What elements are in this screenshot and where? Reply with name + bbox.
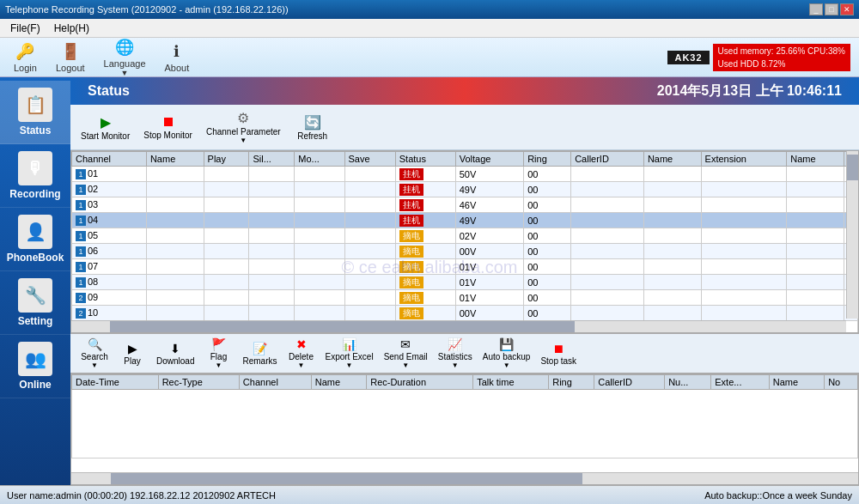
send-email-button[interactable]: ✉ Send Email ▼	[381, 336, 431, 371]
title-text: Telephone Recording System (20120902 - a…	[5, 4, 289, 15]
stop-task-button[interactable]: ⏹ Stop task	[537, 340, 580, 367]
cell-save	[344, 182, 395, 197]
cell-name3	[787, 244, 844, 259]
logout-button[interactable]: 🚪 Logout	[51, 40, 90, 75]
status-icon: 📋	[18, 88, 52, 122]
sidebar-item-status[interactable]: 📋 Status	[0, 81, 70, 144]
scroll-x[interactable]	[71, 320, 846, 332]
col-channel: Channel	[72, 152, 147, 167]
page-title: Status	[88, 83, 130, 99]
scroll-thumb-y[interactable]	[847, 155, 858, 180]
bottom-scroll-x[interactable]	[71, 472, 858, 484]
export-excel-button[interactable]: 📊 Export Excel ▼	[322, 336, 377, 371]
language-button[interactable]: 🌐 Language ▼	[99, 36, 151, 79]
cell-name2	[643, 244, 701, 259]
cell-callerid	[571, 228, 644, 244]
menu-file[interactable]: File(F)	[3, 21, 47, 36]
flag-button[interactable]: 🚩 Flag ▼	[201, 336, 235, 371]
cell-sil	[249, 182, 295, 197]
table-row[interactable]: 104 挂机 49V 00	[72, 213, 858, 228]
cell-name3	[787, 167, 844, 182]
remarks-button[interactable]: 📝 Remarks	[239, 340, 280, 367]
bottom-scroll-thumb[interactable]	[111, 473, 583, 484]
download-button[interactable]: ⬇ Download	[153, 340, 198, 367]
bcol-channel: Channel	[239, 375, 311, 390]
cell-name	[146, 197, 204, 213]
col-callerid: CallerID	[571, 152, 644, 167]
cell-name	[146, 244, 204, 259]
cell-name2	[643, 228, 701, 244]
cell-callerid	[571, 275, 644, 290]
table-row[interactable]: 102 挂机 49V 00	[72, 182, 858, 197]
cell-channel: 106	[72, 244, 147, 259]
window-controls[interactable]: _ □ ✕	[809, 3, 854, 15]
table-row[interactable]: 103 挂机 46V 00	[72, 197, 858, 213]
bcol-datetime: Date-Time	[72, 375, 159, 390]
login-icon: 🔑	[15, 42, 34, 61]
cell-extension	[701, 228, 787, 244]
cell-name3	[787, 213, 844, 228]
main-table-container[interactable]: Channel Name Play Sil... Mo... Save Stat…	[70, 150, 859, 333]
cell-save	[344, 228, 395, 244]
refresh-button[interactable]: 🔄 Refresh	[291, 112, 334, 143]
cell-name3	[787, 228, 844, 244]
sidebar-item-online[interactable]: 👥 Online	[0, 335, 70, 398]
cell-name3	[787, 259, 844, 275]
auto-backup-button[interactable]: 💾 Auto backup ▼	[479, 336, 534, 371]
channel-parameter-button[interactable]: ⚙ Channel Parameter ▼	[203, 108, 284, 146]
cell-play	[204, 167, 249, 182]
col-name3: Name	[787, 152, 844, 167]
cell-callerid	[571, 197, 644, 213]
cell-play	[204, 182, 249, 197]
scroll-y[interactable]	[846, 151, 858, 319]
table-row[interactable]: 101 挂机 50V 00	[72, 167, 858, 182]
menu-help[interactable]: Help(H)	[47, 21, 96, 36]
cell-extension	[701, 182, 787, 197]
table-row[interactable]: 107 摘电 01V 00	[72, 259, 858, 275]
main-table-scroll[interactable]: Channel Name Play Sil... Mo... Save Stat…	[71, 151, 858, 332]
cell-voltage: 00V	[455, 244, 523, 259]
col-play: Play	[204, 152, 249, 167]
close-button[interactable]: ✕	[840, 3, 854, 15]
scroll-thumb-x[interactable]	[110, 321, 575, 332]
cell-extension	[701, 197, 787, 213]
col-save: Save	[344, 152, 395, 167]
about-icon: ℹ	[174, 42, 180, 61]
cell-name2	[643, 213, 701, 228]
search-button[interactable]: 🔍 Search ▼	[77, 336, 112, 371]
cell-play	[204, 275, 249, 290]
table-row[interactable]: 105 摘电 02V 00	[72, 228, 858, 244]
maximize-button[interactable]: □	[825, 3, 838, 15]
about-button[interactable]: ℹ About	[160, 40, 195, 75]
cell-ring: 00	[524, 290, 571, 306]
cell-status: 摘电	[395, 259, 455, 275]
sidebar-item-recording[interactable]: 🎙 Recording	[0, 144, 70, 208]
cell-status: 摘电	[395, 290, 455, 306]
cell-ring: 00	[524, 244, 571, 259]
cell-mo	[295, 167, 344, 182]
start-monitor-button[interactable]: ▶ Start Monitor	[77, 112, 133, 143]
play-button[interactable]: ▶ Play	[115, 340, 149, 367]
phonebook-icon: 👤	[18, 215, 52, 249]
sidebar-item-phonebook[interactable]: 👤 PhoneBook	[0, 208, 70, 271]
delete-button[interactable]: ✖ Delete ▼	[284, 336, 319, 371]
minimize-button[interactable]: _	[809, 3, 823, 15]
table-row[interactable]: 108 摘电 01V 00	[72, 275, 858, 290]
cell-mo	[295, 275, 344, 290]
login-button[interactable]: 🔑 Login	[9, 40, 42, 75]
cell-sil	[249, 213, 295, 228]
table-row[interactable]: 210 摘电 00V 00	[72, 306, 858, 321]
stop-monitor-button[interactable]: ⏹ Stop Monitor	[140, 112, 196, 142]
start-monitor-icon: ▶	[101, 114, 111, 131]
sidebar-item-setting[interactable]: 🔧 Setting	[0, 271, 70, 335]
col-name: Name	[146, 152, 204, 167]
cell-name	[146, 167, 204, 182]
main-toolbar: 🔑 Login 🚪 Logout 🌐 Language ▼ ℹ About AK…	[0, 38, 859, 77]
statistics-button[interactable]: 📈 Statistics ▼	[435, 336, 476, 371]
table-row	[72, 390, 858, 458]
cell-play	[204, 290, 249, 306]
system-id: AK32	[667, 51, 709, 64]
bcol-name: Name	[311, 375, 366, 390]
table-row[interactable]: 209 摘电 01V 00	[72, 290, 858, 306]
table-row[interactable]: 106 摘电 00V 00	[72, 244, 858, 259]
